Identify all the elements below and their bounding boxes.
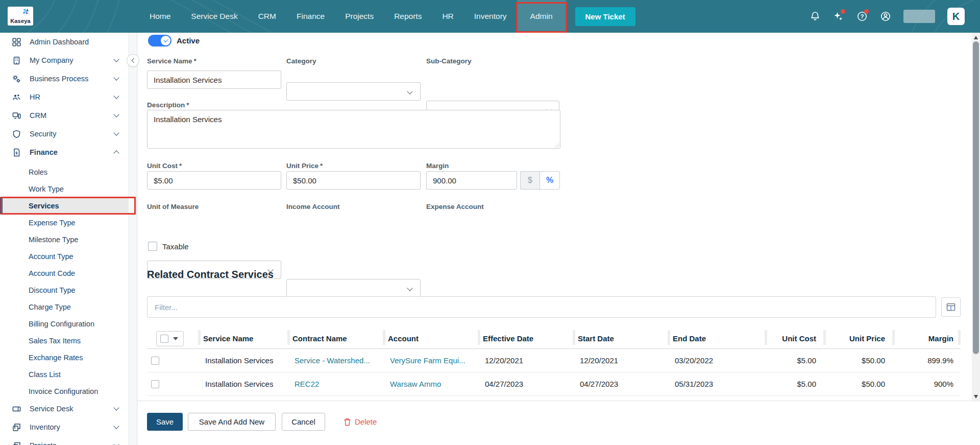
sparkle-notification-dot bbox=[841, 9, 845, 14]
nav-item-reports[interactable]: Reports bbox=[384, 0, 432, 33]
sidebar-item-expense-type[interactable]: Expense Type bbox=[0, 214, 137, 231]
nav-item-home[interactable]: Home bbox=[139, 0, 181, 33]
related-contract-services-heading: Related Contract Services bbox=[147, 269, 274, 280]
description-textarea[interactable]: Installation Services bbox=[147, 110, 560, 149]
select-all-control[interactable] bbox=[156, 331, 184, 346]
scroll-down-arrow-icon[interactable] bbox=[974, 395, 978, 399]
sidebar-item-services[interactable]: Services bbox=[0, 197, 137, 214]
unit-of-measure-label: Unit of Measure bbox=[147, 203, 199, 210]
sidebar-item-invoice-configuration[interactable]: Invoice Configuration bbox=[0, 383, 137, 400]
sidebar-item-account-type[interactable]: Account Type bbox=[0, 248, 137, 265]
nav-item-inventory[interactable]: Inventory bbox=[464, 0, 517, 33]
column-header-unit-price[interactable]: Unit Price bbox=[823, 329, 892, 349]
column-header-account[interactable]: Account bbox=[383, 329, 478, 349]
sidebar-item-roles[interactable]: Roles bbox=[0, 163, 137, 180]
delete-button[interactable]: Delete bbox=[340, 413, 380, 431]
projects-icon bbox=[12, 441, 21, 445]
service-name-label: Service Name* bbox=[147, 57, 197, 65]
user-name-redacted bbox=[903, 10, 935, 23]
sidebar-item-my-company[interactable]: My Company bbox=[0, 51, 137, 69]
margin-percent-button[interactable]: % bbox=[540, 171, 560, 190]
chevron-down-icon bbox=[407, 88, 412, 94]
new-ticket-button[interactable]: New Ticket bbox=[575, 7, 635, 26]
sidebar-item-work-type[interactable]: Work Type bbox=[0, 180, 137, 197]
scroll-up-arrow-icon[interactable] bbox=[974, 36, 978, 39]
cell-service-name: Installation Services bbox=[198, 349, 287, 372]
kaseya-k-badge[interactable]: K bbox=[947, 8, 965, 25]
description-field-wrap: Installation Services bbox=[147, 110, 560, 149]
top-navbar: Kaseya Home Service Desk CRM Finance Pro… bbox=[0, 0, 980, 33]
sidebar-item-inventory[interactable]: Inventory bbox=[0, 418, 137, 436]
sidebar-item-exchange-rates[interactable]: Exchange Rates bbox=[0, 349, 137, 366]
sidebar-item-business-process[interactable]: Business Process bbox=[0, 69, 137, 88]
sidebar-subitem-label: Invoice Configuration bbox=[29, 387, 98, 395]
unit-price-input[interactable] bbox=[286, 171, 421, 190]
sidebar-item-hr[interactable]: HR bbox=[0, 88, 137, 106]
cell-unit-cost: $5.00 bbox=[765, 349, 823, 372]
nav-item-projects[interactable]: Projects bbox=[335, 0, 384, 33]
column-chooser-button[interactable] bbox=[941, 297, 961, 317]
cell-account-link[interactable]: VerySure Farm Equi... bbox=[383, 349, 478, 372]
expense-account-label: Expense Account bbox=[426, 203, 484, 210]
sidebar-item-projects[interactable]: Projects bbox=[0, 436, 137, 445]
column-header-contract-name[interactable]: Contract Name bbox=[287, 329, 383, 349]
sidebar-item-account-code[interactable]: Account Code bbox=[0, 265, 137, 282]
notifications-bell-icon[interactable] bbox=[810, 11, 821, 22]
nav-item-service-desk[interactable]: Service Desk bbox=[181, 0, 248, 33]
cancel-button[interactable]: Cancel bbox=[282, 413, 325, 431]
chevron-down-icon bbox=[113, 56, 119, 62]
sidebar-item-class-list[interactable]: Class List bbox=[0, 366, 137, 383]
svg-text:$: $ bbox=[15, 151, 18, 155]
income-account-select[interactable] bbox=[286, 279, 421, 297]
column-header-service-name[interactable]: Service Name bbox=[198, 329, 287, 349]
category-select[interactable] bbox=[286, 82, 421, 101]
row-checkbox[interactable] bbox=[151, 380, 159, 388]
nav-item-hr[interactable]: HR bbox=[432, 0, 463, 33]
unit-cost-input[interactable] bbox=[147, 171, 281, 190]
save-button[interactable]: Save bbox=[147, 413, 183, 431]
sidebar-item-billing-configuration[interactable]: Billing Configuration bbox=[0, 315, 137, 332]
page-scrollbar[interactable] bbox=[972, 33, 980, 402]
sidebar-item-finance[interactable]: $ Finance bbox=[0, 143, 137, 161]
sidebar-item-sales-tax-items[interactable]: Sales Tax Items bbox=[0, 332, 137, 349]
column-header-margin[interactable]: Margin bbox=[892, 329, 961, 349]
cell-unit-price: $50.00 bbox=[823, 349, 892, 372]
profile-icon[interactable] bbox=[880, 11, 891, 22]
margin-input[interactable] bbox=[426, 171, 517, 190]
nav-item-admin[interactable]: Admin bbox=[517, 0, 566, 33]
help-icon[interactable]: ? bbox=[856, 11, 868, 22]
select-all-header-cell bbox=[147, 329, 198, 349]
service-name-input[interactable] bbox=[147, 71, 281, 89]
sidebar-item-crm[interactable]: CRM bbox=[0, 106, 137, 125]
cell-account-link[interactable]: Warsaw Ammo bbox=[383, 372, 478, 396]
sidebar-collapse-button[interactable] bbox=[127, 54, 139, 67]
crm-devices-icon bbox=[12, 111, 21, 120]
sidebar-item-security[interactable]: Security bbox=[0, 125, 137, 143]
ai-sparkle-icon[interactable] bbox=[833, 11, 844, 22]
sidebar-item-charge-type[interactable]: Charge Type bbox=[0, 298, 137, 315]
scrollbar-thumb[interactable] bbox=[973, 41, 979, 354]
sidebar-item-service-desk[interactable]: Service Desk bbox=[0, 400, 137, 418]
margin-dollar-button[interactable]: $ bbox=[520, 171, 540, 190]
filter-input[interactable] bbox=[147, 296, 936, 318]
sidebar-scrollbar-track[interactable] bbox=[128, 33, 136, 445]
sidebar-item-discount-type[interactable]: Discount Type bbox=[0, 282, 137, 298]
nav-item-crm[interactable]: CRM bbox=[248, 0, 286, 33]
sidebar-item-admin-dashboard[interactable]: Admin Dashboard bbox=[0, 33, 137, 51]
column-header-effective-date[interactable]: Effective Date bbox=[478, 329, 573, 349]
taxable-checkbox[interactable] bbox=[148, 242, 157, 251]
sidebar-item-milestone-type[interactable]: Milestone Type bbox=[0, 231, 137, 248]
nav-item-finance[interactable]: Finance bbox=[286, 0, 335, 33]
column-header-end-date[interactable]: End Date bbox=[668, 329, 765, 349]
save-and-add-new-button[interactable]: Save And Add New bbox=[188, 413, 276, 431]
cell-contract-name-link[interactable]: Service - Watershed... bbox=[287, 349, 383, 372]
select-all-checkbox[interactable] bbox=[160, 335, 168, 343]
column-header-start-date[interactable]: Start Date bbox=[573, 329, 668, 349]
process-gears-icon bbox=[12, 75, 21, 83]
footer-divider bbox=[137, 401, 972, 401]
kaseya-logo[interactable]: Kaseya bbox=[8, 7, 33, 26]
column-header-unit-cost[interactable]: Unit Cost bbox=[765, 329, 823, 349]
cell-contract-name-link[interactable]: REC22 bbox=[287, 372, 383, 396]
active-toggle[interactable] bbox=[148, 35, 172, 46]
row-checkbox[interactable] bbox=[151, 357, 159, 365]
